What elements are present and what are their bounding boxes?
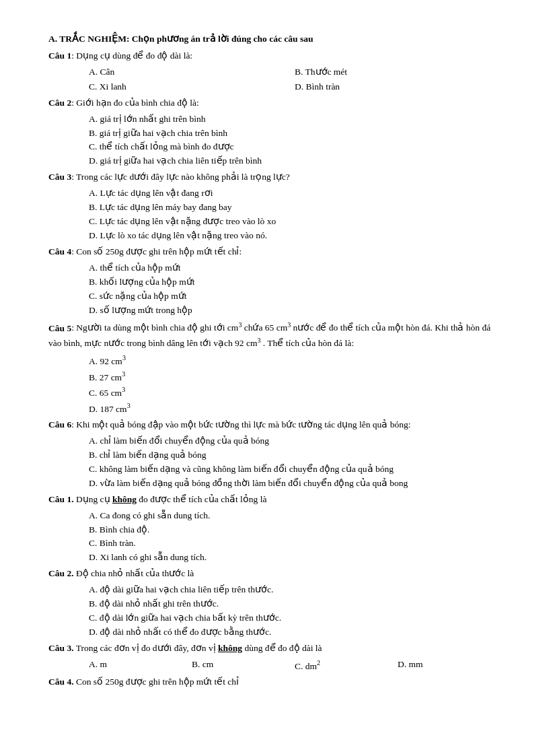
option-a4-b: B. khối lượng của hộp mứt — [89, 275, 501, 289]
option-a5-c: C. 65 cm3 — [89, 384, 501, 400]
option-a1-b: B. Thước mét — [295, 65, 501, 79]
option-b3-d: D. mm — [398, 658, 501, 673]
option-a2-a: A. giá trị lớn nhất ghi trên bình — [89, 112, 501, 127]
q-a5-options: A. 92 cm3 B. 27 cm3 C. 65 cm3 D. 187 cm3 — [89, 353, 501, 416]
question-b3: Câu 3. Trong các đơn vị đo dưới đây, đơn… — [48, 642, 501, 656]
page-content: A. TRẮC NGHIỆM: Chọn phương án trả lời đ… — [48, 32, 501, 689]
question-a4: Câu 4: Con số 250g được ghi trên hộp mứt… — [48, 245, 501, 259]
question-a2: Câu 2: Giới hạn đo của bình chia độ là: — [48, 96, 501, 110]
option-row: C. Xi lanh D. Bình tràn — [89, 80, 501, 94]
question-a1: Câu 1: Dụng cụ dùng để đo độ dài là: — [48, 49, 501, 63]
option-b1-a: A. Ca đong có ghi sẵn dung tích. — [89, 509, 501, 523]
q-a6-text: : Khi một quả bóng đập vào một bức tường… — [71, 419, 410, 429]
option-a1-c: C. Xi lanh — [89, 80, 295, 94]
question-a6: Câu 6: Khi một quả bóng đập vào một bức … — [48, 418, 501, 432]
q-b1-options: A. Ca đong có ghi sẵn dung tích. B. Bình… — [89, 509, 501, 565]
q-a3-options: A. Lực tác dụng lên vật đang rơi B. Lực … — [89, 186, 501, 243]
q-b2-label: Câu 2. — [48, 568, 74, 578]
option-a4-d: D. số lượng mứt trong hộp — [89, 304, 501, 318]
option-b1-b: B. Bình chia độ. — [89, 523, 501, 537]
option-a1-d: D. Bình tràn — [295, 80, 501, 94]
option-a6-a: A. chỉ làm biến đổi chuyển động của quả … — [89, 434, 501, 448]
option-b2-c: C. độ dài lớn giữa hai vạch chia bất kỳ … — [89, 611, 501, 625]
q-a2-text: : Giới hạn đo của bình chia độ là: — [71, 98, 199, 108]
q-a4-options: A. thể tích của hộp mứt B. khối lượng củ… — [89, 261, 501, 318]
q-a5-text: : Người ta dùng một bình chia độ ghi tới… — [48, 322, 490, 348]
option-a5-a: A. 92 cm3 — [89, 353, 501, 368]
q-b4-text: Con số 250g được ghi trên hộp mứt tết ch… — [74, 677, 239, 687]
q-b3-label: Câu 3. — [48, 643, 74, 653]
q-a1-label: Câu 1 — [48, 50, 71, 61]
option-b2-d: D. độ dài nhỏ nhất có thể đo được bằng t… — [89, 625, 501, 640]
question-b1: Câu 1. Dụng cụ không đo được thể tích củ… — [48, 493, 501, 507]
q-b3-text: Trong các đơn vị đo dưới đây, đơn vị khô… — [74, 643, 322, 653]
option-a2-d: D. giá trị giữa hai vạch chia liên tiếp … — [89, 154, 501, 168]
q-b2-text: Độ chia nhỏ nhất của thước là — [74, 568, 194, 578]
question-b2: Câu 2. Độ chia nhỏ nhất của thước là — [48, 567, 501, 581]
q-a1-options: A. Cân B. Thước mét C. Xi lanh D. Bình t… — [89, 65, 501, 94]
q-a6-options: A. chỉ làm biến đổi chuyển động của quả … — [89, 434, 501, 491]
question-b4: Câu 4. Con số 250g được ghi trên hộp mứt… — [48, 675, 501, 689]
option-row: A. Cân B. Thước mét — [89, 65, 501, 79]
option-a4-a: A. thể tích của hộp mứt — [89, 261, 501, 275]
option-b3-b: B. cm — [192, 658, 295, 673]
q-b3-options: A. m B. cm C. dm2 D. mm — [89, 658, 501, 673]
option-a4-c: C. sức nặng của hộp mứt — [89, 289, 501, 304]
option-b2-b: B. độ dài nhỏ nhất ghi trên thước. — [89, 597, 501, 611]
q-a6-label: Câu 6 — [48, 419, 71, 429]
option-a3-a: A. Lực tác dụng lên vật đang rơi — [89, 186, 501, 201]
option-a5-d: D. 187 cm3 — [89, 401, 501, 416]
q-b1-text: Dụng cụ không đo được thể tích của chất … — [74, 494, 267, 504]
q-a4-text: : Con số 250g được ghi trên hộp mứt tết … — [71, 246, 242, 256]
option-a6-b: B. chỉ làm biến dạng quả bóng — [89, 448, 501, 462]
q-a3-label: Câu 3 — [48, 172, 71, 182]
q-a4-label: Câu 4 — [48, 246, 71, 256]
option-a3-d: D. Lực lò xo tác dụng lên vật nặng treo … — [89, 229, 501, 243]
option-a6-d: D. vừa làm biến dạng quả bóng đồng thời … — [89, 477, 501, 491]
question-a3: Câu 3: Trong các lực dưới đây lực nào kh… — [48, 170, 501, 184]
q-a5-label: Câu 5 — [48, 322, 71, 333]
question-a5: Câu 5: Người ta dùng một bình chia độ gh… — [48, 320, 501, 351]
option-a1-a: A. Cân — [89, 65, 295, 79]
section-a-title: A. TRẮC NGHIỆM: Chọn phương án trả lời đ… — [48, 32, 501, 46]
q-b2-options: A. độ dài giữa hai vạch chia liên tiếp t… — [89, 583, 501, 640]
option-a3-b: B. Lực tác dụng lên máy bay đang bay — [89, 201, 501, 215]
q-a2-options: A. giá trị lớn nhất ghi trên bình B. giá… — [89, 112, 501, 169]
option-a3-c: C. Lực tác dụng lên vật nặng được treo v… — [89, 215, 501, 229]
q-a3-text: : Trong các lực dưới đây lực nào không p… — [71, 172, 290, 182]
q-b4-label: Câu 4. — [48, 677, 74, 687]
option-b2-a: A. độ dài giữa hai vạch chia liên tiếp t… — [89, 583, 501, 597]
option-b1-d: D. Xi lanh có ghi sẵn dung tích. — [89, 551, 501, 565]
option-a6-c: C. không làm biến dạng và cũng không làm… — [89, 462, 501, 477]
option-b1-c: C. Bình tràn. — [89, 537, 501, 551]
option-a5-b: B. 27 cm3 — [89, 369, 501, 384]
q-a1-colon: : Dụng cụ dùng để đo độ dài là: — [71, 50, 192, 61]
option-a2-c: C. thể tích chất lỏng mà bình đo được — [89, 140, 501, 154]
option-b3-c: C. dm2 — [295, 658, 398, 673]
option-a2-b: B. giá trị giữa hai vạch chia trên bình — [89, 127, 501, 141]
q-a2-label: Câu 2 — [48, 98, 71, 108]
q-b1-label: Câu 1. — [48, 494, 74, 504]
option-row-b3: A. m B. cm C. dm2 D. mm — [89, 658, 501, 673]
option-b3-a: A. m — [89, 658, 192, 673]
